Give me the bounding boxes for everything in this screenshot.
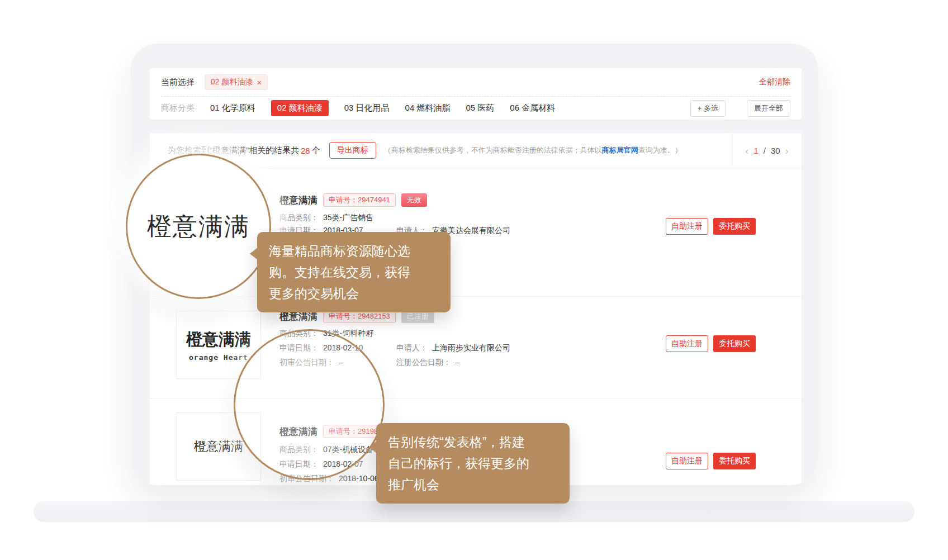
tooltip-line: 推广机会 xyxy=(388,474,558,495)
pagination: ‹ 1 / 30 › xyxy=(732,133,802,168)
trademark-image-text: 橙意满满 xyxy=(186,329,251,351)
tooltip-marketplace: 海量精品商标资源随心选 购。支持在线交易，获得 更多的交易机会 xyxy=(257,232,451,312)
tooltip-line: 购。支持在线交易，获得 xyxy=(269,262,439,283)
entrust-purchase-button[interactable]: 委托购买 xyxy=(713,453,756,469)
category-item-06[interactable]: 06 金属材料 xyxy=(510,103,555,113)
disclaimer-text: （商标检索结果仅供参考，不作为商标能否注册的法律依据；具体以商标局官网查询为准。… xyxy=(384,145,682,155)
entrust-purchase-button[interactable]: 委托购买 xyxy=(713,218,756,235)
row-actions: 自助注册 委托购买 xyxy=(666,335,756,352)
multi-select-label: 多选 xyxy=(704,104,718,112)
tooltip-line: 告别传统“发表格”，搭建 xyxy=(388,431,558,453)
tooltip-line: 海量精品商标资源随心选 xyxy=(269,240,439,262)
tooltip-arrow-left-icon xyxy=(369,441,377,453)
current-selection-label: 当前选择 xyxy=(161,77,195,88)
magnified-trademark-text: 橙意满满 xyxy=(147,210,250,243)
prev-page-icon[interactable]: ‹ xyxy=(745,145,748,156)
application-number-value: 29474941 xyxy=(358,196,390,204)
category-item-05[interactable]: 05 医药 xyxy=(466,103,494,113)
multi-select-button[interactable]: + 多选 xyxy=(690,100,726,117)
category-row: 商标分类 01 化学原料 02 颜料油漆 03 日化用品 04 燃料油脂 05 … xyxy=(161,97,790,120)
category-label: 商品类别： xyxy=(279,213,319,222)
close-icon[interactable]: × xyxy=(257,78,262,87)
next-page-icon[interactable]: › xyxy=(785,145,789,156)
category-row-label: 商标分类 xyxy=(161,103,195,113)
results-unit: 个 xyxy=(312,145,320,156)
results-header: 为您检索到“橙意满满”相关的结果共28个 导出商标 （商标检索结果仅供参考，不作… xyxy=(150,133,802,168)
plus-icon: + xyxy=(698,104,702,112)
first-pub-value: 2018-10-06 xyxy=(339,474,379,483)
reg-pub-value: – xyxy=(456,358,460,367)
current-page: 1 xyxy=(753,146,758,155)
tooltip-arrow-left-icon xyxy=(250,248,258,260)
self-register-button[interactable]: 自助注册 xyxy=(666,335,708,352)
summary-keyword: 橙意满满 xyxy=(212,145,246,156)
self-register-button[interactable]: 自助注册 xyxy=(666,218,708,235)
trademark-image-text: 橙意满满 xyxy=(194,438,243,455)
application-number-tag: 申请号：29474941 xyxy=(323,193,396,207)
category-line: 商品类别：35类-广告销售 xyxy=(279,213,373,223)
trademark-image-subtext: orange Heart xyxy=(189,353,248,362)
self-register-button[interactable]: 自助注册 xyxy=(666,453,708,469)
magnifier-circle-2 xyxy=(234,329,385,480)
category-item-01[interactable]: 01 化学原料 xyxy=(210,103,255,113)
magnifier-circle-1: 橙意满满 xyxy=(126,154,271,299)
filter-card: 当前选择 02 颜料油漆 × 全部清除 商标分类 01 化学原料 02 颜料油漆… xyxy=(150,68,802,120)
application-number-label: 申请号： xyxy=(329,312,358,320)
trademark-title: 橙意满满 xyxy=(279,194,317,207)
application-number-label: 申请号： xyxy=(329,196,358,204)
results-summary: 为您检索到“橙意满满”相关的结果共28个 导出商标 （商标检索结果仅供参考，不作… xyxy=(168,133,682,168)
results-count: 28 xyxy=(301,146,310,155)
selected-filter-chip-label: 02 颜料油漆 xyxy=(211,77,253,87)
disclaimer-post: 查询为准。） xyxy=(638,146,682,154)
disclaimer-pre: （商标检索结果仅供参考，不作为商标能否注册的法律依据；具体以 xyxy=(384,146,602,154)
applicant-label: 申请人： xyxy=(396,343,428,352)
status-badge: 无效 xyxy=(401,193,427,207)
total-pages: 30 xyxy=(771,146,780,155)
tooltip-line: 自己的标行，获得更多的 xyxy=(388,453,558,474)
category-item-03[interactable]: 03 日化用品 xyxy=(344,103,390,113)
entrust-purchase-button[interactable]: 委托购买 xyxy=(713,335,756,352)
row-actions: 自助注册 委托购买 xyxy=(666,218,756,235)
application-number-value: 29482153 xyxy=(358,312,390,320)
tooltip-promotion: 告别传统“发表格”，搭建 自己的标行，获得更多的 推广机会 xyxy=(376,423,570,504)
category-value: 35类-广告销售 xyxy=(323,213,373,222)
export-trademarks-button[interactable]: 导出商标 xyxy=(329,142,376,159)
current-selection-row: 当前选择 02 颜料油漆 × 全部清除 xyxy=(161,68,790,96)
row-actions: 自助注册 委托购买 xyxy=(666,453,756,469)
category-item-04[interactable]: 04 燃料油脂 xyxy=(405,103,451,113)
tooltip-line: 更多的交易机会 xyxy=(269,283,439,304)
official-site-link[interactable]: 商标局官网 xyxy=(602,146,638,154)
laptop-base xyxy=(34,501,914,522)
page-separator: / xyxy=(764,146,766,155)
category-item-02-active[interactable]: 02 颜料油漆 xyxy=(271,100,329,116)
applicant-value: 上海雨步实业有限公司 xyxy=(432,343,510,352)
trademark-search-mockup: 当前选择 02 颜料油漆 × 全部清除 商标分类 01 化学原料 02 颜料油漆… xyxy=(0,0,948,560)
expand-all-button[interactable]: 展开全部 xyxy=(747,100,790,117)
reg-pub-label: 注册公告日期： xyxy=(396,358,451,367)
selected-filter-chip[interactable]: 02 颜料油漆 × xyxy=(205,74,268,90)
summary-suffix: ”相关的结果共 xyxy=(246,145,299,156)
clear-all-button[interactable]: 全部清除 xyxy=(759,77,790,87)
